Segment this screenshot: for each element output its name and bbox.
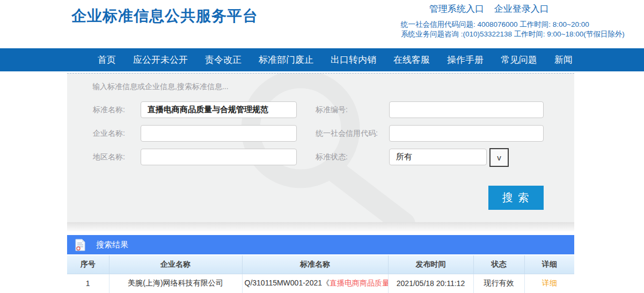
standard-no-input[interactable] [389, 101, 544, 118]
hotline-line-2: 系统业务问题咨询 :(010)53322138 工作时间: 9:00~18:00… [401, 30, 625, 39]
hotline-line-1: 统一社会信用代码问题: 4008076000 工作时间: 8:00~20:00 [401, 20, 625, 30]
nav-item-online-service[interactable]: 在线客服 [393, 54, 430, 66]
standard-status-label: 标准状态: [316, 152, 348, 162]
search-hint-text: 输入标准信息或企业信息,搜索标准信息... [92, 82, 229, 92]
chevron-down-icon: v [497, 153, 501, 162]
credit-code-input[interactable] [389, 125, 544, 142]
credit-code-label: 统一社会信用代码: [316, 129, 378, 138]
cell-publish-time: 2021/05/18 20:11:12 [388, 274, 473, 293]
site-header: 企业标准信息公共服务平台 管理系统入口 企业登录入口 统一社会信用代码问题: 4… [0, 0, 644, 48]
main-content: 输入标准信息或企业信息,搜索标准信息... 标准名称: 标准编号: 企业名称: … [67, 73, 574, 293]
cell-company: 美腕(上海)网络科技有限公司 [109, 274, 242, 293]
results-header-row: 序号 企业名称 标准名称 发布时间 状态 详细 [67, 255, 574, 274]
search-button[interactable]: 搜 索 [488, 186, 544, 210]
search-panel: 输入标准信息或企业信息,搜索标准信息... 标准名称: 标准编号: 企业名称: … [67, 73, 574, 222]
results-header-bar: 搜索结果 [67, 235, 574, 254]
admin-system-entry-link[interactable]: 管理系统入口 [429, 4, 484, 14]
enterprise-login-entry-link[interactable]: 企业登录入口 [494, 4, 549, 14]
nav-item-manual[interactable]: 操作手册 [447, 54, 484, 66]
cell-detail: 详细 [524, 274, 574, 293]
standard-name-highlight: 直播电商商品质量与合规... [330, 279, 388, 287]
cell-status: 现行有效 [473, 274, 524, 293]
company-name-label: 企业名称: [93, 129, 125, 138]
panel-bottom-edge [67, 222, 574, 231]
column-header-seq: 序号 [67, 255, 109, 274]
nav-item-dept-abolished[interactable]: 标准部门废止 [259, 54, 313, 66]
document-icon [75, 239, 85, 251]
results-section: 搜索结果 序号 企业名称 标准名称 发布时间 状态 详细 1 [67, 235, 574, 293]
column-header-publish-time: 发布时间 [388, 255, 473, 274]
table-row: 1 美腕(上海)网络科技有限公司 Q/310115MW001-2021《直播电商… [67, 274, 574, 293]
company-name-input[interactable] [141, 125, 297, 142]
status-dropdown-button[interactable]: v [489, 148, 509, 167]
column-header-detail: 详细 [524, 255, 574, 274]
standard-name-label: 标准名称: [93, 105, 125, 115]
column-header-status: 状态 [473, 255, 524, 274]
header-hotline-info: 统一社会信用代码问题: 4008076000 工作时间: 8:00~20:00 … [401, 20, 625, 39]
region-name-label: 地区名称: [93, 152, 125, 162]
column-header-standard-name: 标准名称 [242, 255, 388, 274]
standard-number-text: Q/310115MW001-2021《 [245, 279, 330, 287]
detail-link[interactable]: 详细 [542, 279, 557, 287]
nav-item-export-to-domestic[interactable]: 出口转内销 [331, 54, 376, 66]
results-section-title: 搜索结果 [96, 240, 128, 250]
standard-status-select[interactable]: 所有 [389, 149, 487, 165]
main-nav: 首页 应公开未公开 责令改正 标准部门废止 出口转内销 在线客服 操作手册 常见… [0, 48, 644, 71]
nav-item-ordered-correction[interactable]: 责令改正 [205, 54, 241, 66]
standard-no-label: 标准编号: [316, 105, 348, 115]
nav-item-faq[interactable]: 常见问题 [501, 54, 537, 66]
nav-item-should-disclose[interactable]: 应公开未公开 [133, 54, 188, 66]
cell-standard-name: Q/310115MW001-2021《直播电商商品质量与合规... [242, 274, 388, 293]
column-header-company: 企业名称 [109, 255, 242, 274]
cell-seq: 1 [67, 274, 109, 293]
results-table: 序号 企业名称 标准名称 发布时间 状态 详细 1 美腕(上海)网络科技有限公司… [67, 255, 574, 293]
region-name-input[interactable] [141, 149, 297, 165]
nav-item-home[interactable]: 首页 [98, 54, 116, 66]
nav-item-news[interactable]: 新闻 [554, 54, 573, 66]
site-title: 企业标准信息公共服务平台 [71, 6, 258, 26]
standard-name-input[interactable] [141, 101, 297, 118]
header-links: 管理系统入口 企业登录入口 [429, 3, 557, 15]
